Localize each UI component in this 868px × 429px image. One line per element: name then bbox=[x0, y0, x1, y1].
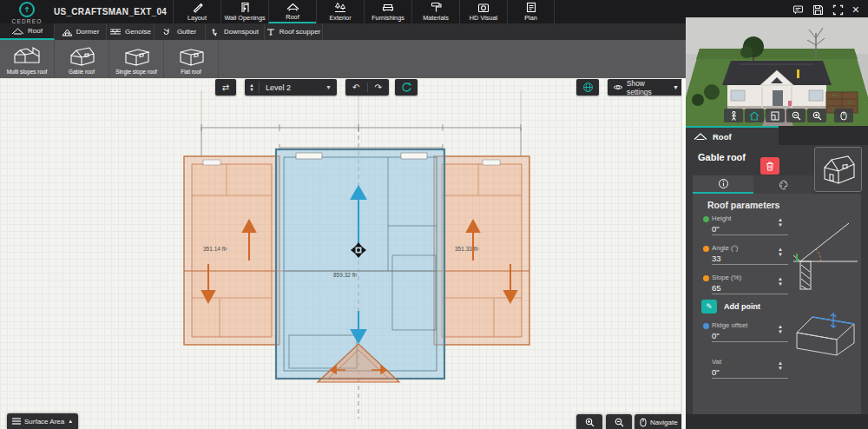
tab-roof[interactable]: Roof bbox=[268, 0, 316, 23]
mouse-icon bbox=[640, 418, 647, 427]
walk-view-button[interactable] bbox=[724, 109, 743, 122]
globe-icon bbox=[582, 82, 594, 93]
tab-wall-openings[interactable]: Wall Openings bbox=[220, 0, 268, 23]
gable-outline-icon bbox=[11, 27, 24, 36]
area-label-left: 351.14 ft² bbox=[203, 246, 227, 252]
flat-roof-icon bbox=[176, 44, 206, 67]
undo-redo-group: ↶ ↷ bbox=[345, 79, 389, 96]
list-icon bbox=[12, 418, 21, 425]
multi-slopes-roof-icon bbox=[12, 44, 42, 67]
zoom-out-button[interactable] bbox=[606, 414, 632, 429]
redo-button[interactable]: ↷ bbox=[368, 82, 390, 92]
roof-parameters-section: Roof parameters Height 0" ▲▼ Angle (°) 3… bbox=[693, 194, 861, 414]
feedback-icon[interactable] bbox=[792, 4, 804, 16]
sphere-view-button[interactable] bbox=[576, 79, 599, 96]
aerial-view-button[interactable] bbox=[745, 109, 764, 122]
eye-icon bbox=[613, 83, 623, 91]
zoom-in-icon bbox=[585, 418, 595, 427]
swap-icon: ⇄ bbox=[222, 82, 229, 92]
tab-plan[interactable]: Plan bbox=[507, 0, 555, 23]
cedreo-logo[interactable]: CEDREO bbox=[5, 1, 49, 24]
slope-stepper[interactable]: ▲▼ bbox=[778, 276, 783, 287]
roof-icon bbox=[286, 2, 299, 12]
zoom-out-icon bbox=[615, 418, 624, 427]
camera-icon bbox=[477, 3, 490, 13]
scupper-icon bbox=[266, 28, 276, 36]
subtab-genoise[interactable]: Genoise bbox=[107, 23, 155, 40]
single-slope-roof-icon bbox=[122, 44, 151, 67]
zoom-in-button[interactable] bbox=[576, 414, 602, 429]
level-stepper[interactable]: ▲▼ bbox=[245, 82, 260, 94]
orbit-mouse-button[interactable] bbox=[834, 109, 853, 122]
surface-area-button[interactable]: Surface Area ▲ bbox=[7, 413, 78, 429]
bricks-icon bbox=[109, 28, 122, 36]
height-stepper[interactable]: ▲▼ bbox=[778, 217, 783, 228]
sofa-icon bbox=[382, 2, 394, 13]
cedreo-logo-icon bbox=[19, 2, 35, 17]
plan-view-button[interactable] bbox=[766, 109, 785, 122]
chevron-down-icon: ▼ bbox=[673, 84, 679, 90]
pencil-icon bbox=[192, 2, 203, 13]
height-label: Height bbox=[712, 214, 732, 222]
height-value[interactable]: 0" bbox=[712, 224, 720, 234]
swap-level-button[interactable]: ⇄ bbox=[215, 79, 236, 96]
tab-materials-palette[interactable] bbox=[753, 175, 814, 194]
close-icon[interactable]: × bbox=[852, 4, 859, 16]
chevron-down-icon: ▼ bbox=[326, 84, 337, 90]
angle-value[interactable]: 33 bbox=[712, 254, 721, 263]
add-point-button[interactable]: ✎ Add point bbox=[701, 299, 760, 314]
tab-furnishings[interactable]: Furnishings bbox=[364, 0, 411, 23]
selected-roof-section[interactable] bbox=[276, 149, 444, 379]
ridge-offset-value[interactable]: 0" bbox=[712, 331, 720, 340]
fullscreen-icon[interactable] bbox=[832, 4, 844, 16]
tab-info[interactable] bbox=[693, 175, 753, 194]
trees-icon bbox=[334, 2, 346, 13]
floor-plan-canvas[interactable]: 351.14 ft² 859.32 ft² 351.33 ft² ⇄ ▲▼ Le… bbox=[0, 78, 686, 429]
right-panel: Roof Gable roof bbox=[686, 17, 868, 429]
vat-stepper[interactable]: ▲▼ bbox=[778, 360, 783, 371]
left-roof-plane[interactable] bbox=[184, 156, 279, 345]
roof-properties-panel: Gable roof Roo bbox=[686, 145, 868, 414]
gable-roof-button[interactable]: Gable roof bbox=[55, 40, 109, 78]
multi-slopes-roof-button[interactable]: Multi slopes roof bbox=[0, 40, 55, 78]
paint-roller-icon bbox=[431, 2, 442, 13]
preview-zoom-out-button[interactable] bbox=[786, 109, 806, 122]
undo-button[interactable]: ↶ bbox=[345, 82, 367, 92]
area-label-right: 351.33 ft² bbox=[455, 246, 479, 252]
main-nav: Layout Wall Openings Roof Exterior Furni… bbox=[173, 0, 555, 23]
panel-tab-roof[interactable]: Roof bbox=[686, 126, 779, 145]
delete-roof-button[interactable] bbox=[760, 157, 779, 175]
selection-title: Gable roof bbox=[698, 152, 746, 162]
subtab-downspout[interactable]: Downspout bbox=[206, 23, 265, 40]
right-roof-plane[interactable] bbox=[434, 156, 529, 345]
subtab-dormer[interactable]: Dormer bbox=[55, 23, 107, 40]
dormer-icon bbox=[62, 28, 73, 36]
subtab-gutter[interactable]: Gutter bbox=[155, 23, 206, 40]
level-selector[interactable]: ▲▼ Level 2 ▼ bbox=[245, 79, 337, 96]
cedreo-app: CEDREO US_CRAFTSMAN_EXT_04 Layout Wall O… bbox=[0, 0, 868, 429]
chevron-up-icon: ▲ bbox=[68, 419, 73, 424]
tab-materials[interactable]: Materials bbox=[411, 0, 459, 23]
slope-value[interactable]: 65 bbox=[712, 283, 721, 293]
angle-stepper[interactable]: ▲▼ bbox=[778, 247, 783, 257]
slope-diagram bbox=[790, 213, 861, 296]
roof-tool-row: Multi slopes roof Gable roof Single slop… bbox=[0, 40, 686, 78]
single-slope-roof-button[interactable]: Single slope roof bbox=[109, 40, 164, 78]
ridge-offset-stepper[interactable]: ▲▼ bbox=[778, 324, 783, 334]
gutter-icon bbox=[163, 28, 174, 36]
panel-tabs bbox=[693, 175, 814, 194]
refresh-icon bbox=[401, 82, 412, 93]
preview-zoom-in-button[interactable] bbox=[807, 109, 826, 122]
recalculate-roof-button[interactable] bbox=[395, 79, 418, 96]
tab-hd-visual[interactable]: HD Visual bbox=[459, 0, 507, 23]
tab-exterior[interactable]: Exterior bbox=[316, 0, 364, 23]
trash-icon bbox=[766, 162, 774, 171]
subtab-roof[interactable]: Roof bbox=[0, 23, 55, 40]
roof-type-thumbnail[interactable] bbox=[814, 147, 862, 192]
tab-layout[interactable]: Layout bbox=[173, 0, 220, 23]
flat-roof-button[interactable]: Flat roof bbox=[164, 40, 219, 78]
subtab-roof-scupper[interactable]: Roof scupper bbox=[265, 23, 323, 40]
vat-value[interactable]: 0" bbox=[712, 367, 720, 377]
save-icon[interactable] bbox=[812, 4, 824, 16]
show-settings-dropdown[interactable]: Show settings ▼ bbox=[608, 79, 684, 96]
